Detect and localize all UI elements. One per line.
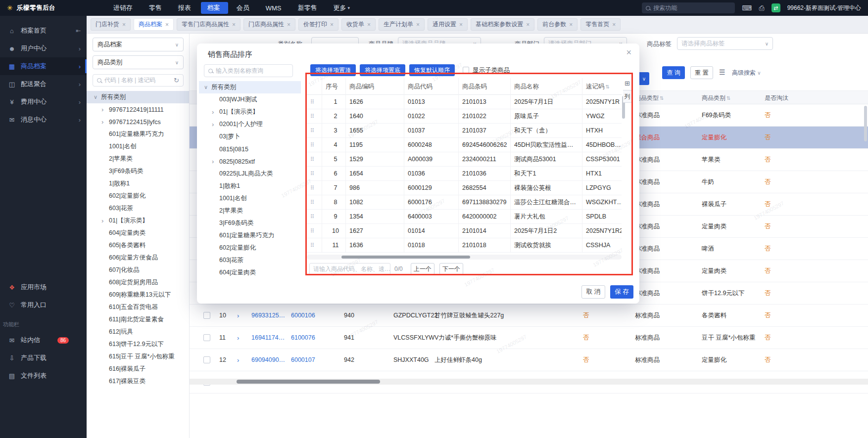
close-icon[interactable]: × <box>612 21 616 28</box>
tree-caret-icon[interactable] <box>101 118 109 126</box>
sidebar-item-user-center[interactable]: ☻ 用户中心 › <box>0 40 87 57</box>
dialog-table-row[interactable]: ⠿1016270101421010142025年7月1日22025N7Y1R2 <box>307 224 622 238</box>
dialog-table-row[interactable]: ⠿798660001292682554裸装蒲公英根LZPGYG <box>307 181 622 195</box>
move-selected-top-button[interactable]: 将选择项置顶 <box>310 64 356 76</box>
close-icon[interactable]: × <box>459 21 463 28</box>
tag-select[interactable]: 请选择商品标签∨ <box>677 37 773 50</box>
row-checkbox[interactable] <box>203 356 210 363</box>
tab-item[interactable]: 零售首页× <box>580 18 621 31</box>
category-tree-item[interactable]: 3|F69条码类 <box>87 165 189 177</box>
sidebar-item-archive-home[interactable]: ⌂ 档案首页 ⇤ <box>0 22 87 40</box>
category-tree-item[interactable]: 608|定货厨房用品 <box>87 276 189 289</box>
row-checkbox[interactable] <box>203 334 210 341</box>
category-tree-item[interactable]: 612|玩具 <box>87 326 189 338</box>
category-tree-item[interactable]: 601|定量糖果巧克力 <box>87 128 189 140</box>
close-icon[interactable]: × <box>330 21 334 28</box>
close-icon[interactable]: × <box>165 21 169 28</box>
sort-icon[interactable]: ⇅ <box>726 95 730 101</box>
tree-caret-icon[interactable] <box>212 158 219 165</box>
table-row[interactable]: 11›16941174…6100076941VLCSSFXLYWV力诚*手撕仿蟹… <box>190 327 868 349</box>
category-tree-item[interactable]: 609|称重糖果13元以下 <box>87 289 189 301</box>
nav-menu-item[interactable]: 会员 <box>230 2 257 14</box>
dialog-table-row[interactable]: ⠿116260101321010132025年7月1日2025N7Y1R <box>307 95 622 109</box>
sidebar-item-inbox[interactable]: ✉ 站内信 86 <box>0 331 87 349</box>
tab-item[interactable]: 零售门店商品属性× <box>177 18 241 31</box>
drag-handle-icon[interactable]: ⠿ <box>310 171 314 176</box>
close-icon[interactable]: × <box>626 47 631 58</box>
category-tree-item[interactable]: 603|花茶 <box>87 202 189 215</box>
vertical-scrollbar-thumb[interactable] <box>864 106 867 141</box>
category-tree-item[interactable]: 615|豆干 豆腐*小包称重 <box>87 350 189 363</box>
cell-product-id-link[interactable]: 6100076 <box>291 327 315 349</box>
dialog-horizontal-scrollbar-thumb[interactable] <box>341 256 470 259</box>
category-tree-item[interactable]: 604|定量肉类 <box>87 227 189 239</box>
column-header-mnemonic[interactable]: 速记码⇅ <box>582 78 622 95</box>
tab-item[interactable]: 门店商品属性× <box>243 18 295 31</box>
next-button[interactable]: 下一个 <box>439 263 463 275</box>
category-tree-item[interactable]: 1001|名创 <box>87 140 189 153</box>
tab-item[interactable]: 通用设置× <box>428 18 468 31</box>
tab-item[interactable]: 生产计划单× <box>379 18 425 31</box>
dialog-table-row[interactable]: ⠿9135464000036420000002薯片大礼包SPDLB <box>307 210 622 224</box>
sidebar-item-delivery[interactable]: ◫ 配送聚合 › <box>0 75 87 93</box>
advanced-search-toggle[interactable]: 高级搜索 ∨ <box>732 69 761 77</box>
tree-caret-icon[interactable] <box>101 217 109 224</box>
column-header-item-code[interactable]: 商品编码 <box>345 78 404 95</box>
tree-caret-icon[interactable] <box>101 106 109 113</box>
tab-item[interactable]: 前台参数× <box>537 18 578 31</box>
drag-handle-icon[interactable]: ⠿ <box>310 142 314 148</box>
drag-handle-icon[interactable]: ⠿ <box>310 214 314 219</box>
drag-handle-icon[interactable]: ⠿ <box>310 128 314 133</box>
expand-row-icon[interactable]: › <box>237 327 239 349</box>
table-row[interactable]: 12›69094090…6000107942SHJXXT40G上好佳鲜虾条40g… <box>190 349 868 371</box>
tab-item[interactable]: 基础档案参数设置× <box>471 18 534 31</box>
dialog-tree-item[interactable]: 003|WJH测试 <box>199 93 301 106</box>
dialog-tree-item[interactable]: 1|散称1 <box>199 180 301 192</box>
dialog-tree-item[interactable]: 09225|LJL商品大类 <box>199 168 301 180</box>
dialog-tree-item[interactable]: 603|花茶 <box>199 254 301 266</box>
store-switch-icon[interactable]: ⇄ <box>772 3 780 12</box>
column-settings-icon[interactable]: ⊞ <box>625 80 630 87</box>
column-header-category[interactable]: 商品类别⇅ <box>702 91 730 105</box>
tab-item[interactable]: 价签打印× <box>298 18 338 31</box>
category-search-input[interactable]: 代码 | 名称 | 速记码 ↻ <box>93 74 184 87</box>
tab-item[interactable]: 门店补货× <box>91 18 131 31</box>
close-icon[interactable]: × <box>232 21 236 28</box>
tree-caret-icon[interactable] <box>212 121 219 128</box>
show-subcategory-checkbox[interactable] <box>463 67 469 73</box>
reset-button[interactable]: 重 置 <box>690 66 713 79</box>
column-settings-tab[interactable]: 列 <box>623 90 632 103</box>
cell-product-code-link[interactable]: 96933125… <box>251 305 285 327</box>
category-tree-item[interactable]: 01|【演示类】 <box>87 215 189 227</box>
category-tree-item[interactable]: 611|南北货定量素食 <box>87 313 189 326</box>
sidebar-item-product-archive[interactable]: ▦ 商品档案 › <box>0 57 87 75</box>
category-tree-item[interactable]: 99767122419|11111 <box>87 103 189 116</box>
column-header-seq[interactable]: 序号 <box>322 78 345 95</box>
dialog-tree-item[interactable]: 02001|个人护理 <box>199 118 301 131</box>
nav-menu-item[interactable]: 进销存 <box>107 2 141 14</box>
sidebar-item-message-center[interactable]: ✉ 消息中心 › <box>0 111 87 129</box>
horizontal-scrollbar[interactable] <box>190 379 868 385</box>
drag-handle-icon[interactable]: ⠿ <box>310 99 314 105</box>
category-mode-select[interactable]: 商品类别∨ <box>93 55 184 69</box>
drag-handle-icon[interactable]: ⠿ <box>310 199 314 205</box>
previous-button[interactable]: 上一个 <box>411 263 434 275</box>
category-tree-item[interactable]: 602|定量膨化 <box>87 190 189 202</box>
tree-caret-icon[interactable] <box>94 94 101 100</box>
drag-handle-icon[interactable]: ⠿ <box>310 242 314 248</box>
sort-icon[interactable]: ⇅ <box>606 84 610 89</box>
dialog-tree-item[interactable]: 2|苹果类 <box>199 205 301 217</box>
dialog-tree-item[interactable]: 01|【演示类】 <box>199 106 301 118</box>
nav-menu-item[interactable]: 更多▾ <box>327 2 357 14</box>
dialog-tree-item[interactable]: 03|萝卜 <box>199 131 301 143</box>
collapse-sidebar-icon[interactable]: ⇤ <box>76 27 81 34</box>
account-name[interactable]: 99662-新界面测试-管理中心 <box>787 4 861 12</box>
tab-item[interactable]: 商品档案× <box>134 18 174 31</box>
dialog-tree-item[interactable]: 604|定量肉类 <box>199 266 301 277</box>
apps-grid-icon[interactable]: ⌨ <box>742 4 752 12</box>
expand-row-icon[interactable]: › <box>237 305 239 327</box>
close-icon[interactable]: × <box>416 21 420 28</box>
dialog-table-row[interactable]: ⠿21640010222101022原味瓜子YWGZ <box>307 109 622 124</box>
horizontal-scrollbar-thumb[interactable] <box>237 380 380 384</box>
category-tree-item[interactable]: 607|化妆品 <box>87 264 189 276</box>
